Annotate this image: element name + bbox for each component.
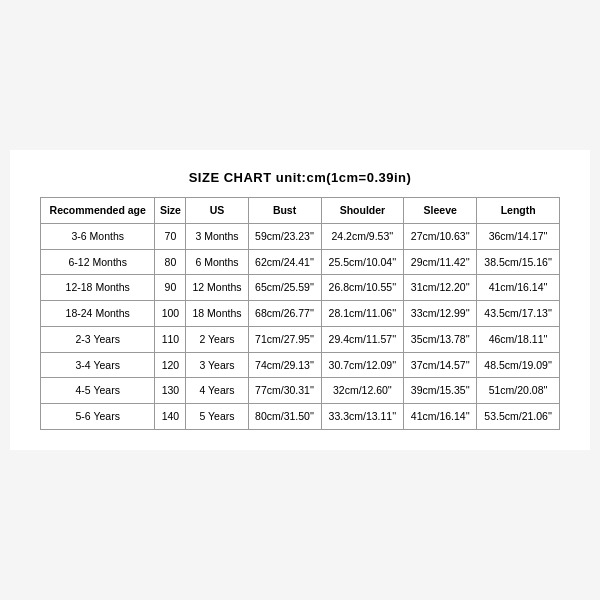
table-cell: 46cm/18.11'' <box>477 326 560 352</box>
table-cell: 59cm/23.23'' <box>248 224 321 250</box>
table-cell: 18 Months <box>186 301 248 327</box>
table-cell: 65cm/25.59'' <box>248 275 321 301</box>
table-cell: 74cm/29.13'' <box>248 352 321 378</box>
table-cell: 100 <box>155 301 186 327</box>
table-cell: 32cm/12.60'' <box>321 378 404 404</box>
table-cell: 3-4 Years <box>41 352 155 378</box>
table-cell: 36cm/14.17'' <box>477 224 560 250</box>
table-cell: 41cm/16.14'' <box>477 275 560 301</box>
table-row: 2-3 Years1102 Years71cm/27.95''29.4cm/11… <box>41 326 560 352</box>
table-cell: 51cm/20.08'' <box>477 378 560 404</box>
table-cell: 68cm/26.77'' <box>248 301 321 327</box>
table-cell: 28.1cm/11.06'' <box>321 301 404 327</box>
table-cell: 5 Years <box>186 403 248 429</box>
table-cell: 29.4cm/11.57'' <box>321 326 404 352</box>
table-cell: 33cm/12.99'' <box>404 301 477 327</box>
table-cell: 53.5cm/21.06'' <box>477 403 560 429</box>
table-row: 5-6 Years1405 Years80cm/31.50''33.3cm/13… <box>41 403 560 429</box>
table-cell: 140 <box>155 403 186 429</box>
table-cell: 38.5cm/15.16'' <box>477 249 560 275</box>
table-row: 3-4 Years1203 Years74cm/29.13''30.7cm/12… <box>41 352 560 378</box>
table-cell: 3 Years <box>186 352 248 378</box>
table-cell: 12 Months <box>186 275 248 301</box>
table-cell: 70 <box>155 224 186 250</box>
table-cell: 110 <box>155 326 186 352</box>
table-cell: 29cm/11.42'' <box>404 249 477 275</box>
table-cell: 25.5cm/10.04'' <box>321 249 404 275</box>
table-cell: 2-3 Years <box>41 326 155 352</box>
table-cell: 5-6 Years <box>41 403 155 429</box>
column-header: US <box>186 198 248 224</box>
size-table: Recommended ageSizeUSBustShoulderSleeveL… <box>40 197 560 429</box>
chart-title: SIZE CHART unit:cm(1cm=0.39in) <box>40 170 560 185</box>
table-cell: 48.5cm/19.09'' <box>477 352 560 378</box>
table-cell: 77cm/30.31'' <box>248 378 321 404</box>
table-cell: 12-18 Months <box>41 275 155 301</box>
table-cell: 71cm/27.95'' <box>248 326 321 352</box>
table-cell: 3-6 Months <box>41 224 155 250</box>
table-cell: 2 Years <box>186 326 248 352</box>
table-row: 6-12 Months806 Months62cm/24.41''25.5cm/… <box>41 249 560 275</box>
table-cell: 37cm/14.57'' <box>404 352 477 378</box>
column-header: Length <box>477 198 560 224</box>
table-header-row: Recommended ageSizeUSBustShoulderSleeveL… <box>41 198 560 224</box>
table-cell: 4-5 Years <box>41 378 155 404</box>
table-cell: 4 Years <box>186 378 248 404</box>
column-header: Size <box>155 198 186 224</box>
table-row: 3-6 Months703 Months59cm/23.23''24.2cm/9… <box>41 224 560 250</box>
table-cell: 80 <box>155 249 186 275</box>
table-cell: 43.5cm/17.13'' <box>477 301 560 327</box>
table-cell: 33.3cm/13.11'' <box>321 403 404 429</box>
table-row: 12-18 Months9012 Months65cm/25.59''26.8c… <box>41 275 560 301</box>
table-cell: 24.2cm/9.53'' <box>321 224 404 250</box>
table-cell: 35cm/13.78'' <box>404 326 477 352</box>
column-header: Bust <box>248 198 321 224</box>
size-chart-container: SIZE CHART unit:cm(1cm=0.39in) Recommend… <box>10 150 590 449</box>
column-header: Recommended age <box>41 198 155 224</box>
table-cell: 26.8cm/10.55'' <box>321 275 404 301</box>
table-cell: 80cm/31.50'' <box>248 403 321 429</box>
table-cell: 39cm/15.35'' <box>404 378 477 404</box>
table-cell: 30.7cm/12.09'' <box>321 352 404 378</box>
table-cell: 41cm/16.14'' <box>404 403 477 429</box>
column-header: Sleeve <box>404 198 477 224</box>
table-row: 4-5 Years1304 Years77cm/30.31''32cm/12.6… <box>41 378 560 404</box>
table-cell: 31cm/12.20'' <box>404 275 477 301</box>
table-cell: 62cm/24.41'' <box>248 249 321 275</box>
table-cell: 6 Months <box>186 249 248 275</box>
table-body: 3-6 Months703 Months59cm/23.23''24.2cm/9… <box>41 224 560 430</box>
table-cell: 130 <box>155 378 186 404</box>
table-cell: 6-12 Months <box>41 249 155 275</box>
table-cell: 120 <box>155 352 186 378</box>
table-cell: 90 <box>155 275 186 301</box>
table-cell: 27cm/10.63'' <box>404 224 477 250</box>
table-cell: 18-24 Months <box>41 301 155 327</box>
table-cell: 3 Months <box>186 224 248 250</box>
table-row: 18-24 Months10018 Months68cm/26.77''28.1… <box>41 301 560 327</box>
column-header: Shoulder <box>321 198 404 224</box>
